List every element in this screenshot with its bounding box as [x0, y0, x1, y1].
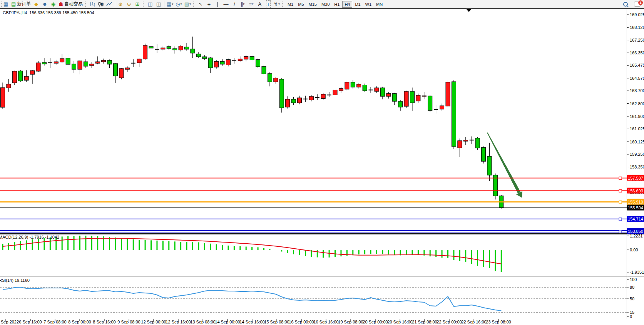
svg-text:158.350: 158.350: [630, 165, 644, 169]
candle: [119, 68, 124, 79]
svg-text:166.350: 166.350: [630, 51, 644, 55]
svg-text:155.504: 155.504: [628, 205, 643, 210]
arrows-palette-icon: ↯: [274, 1, 278, 8]
search-button[interactable]: [622, 1, 629, 8]
tile-windows-icon: ⊞: [135, 1, 140, 8]
candle: [428, 95, 432, 112]
price-chart-canvas[interactable]: 169.025168.125167.250166.350165.475164.5…: [0, 0, 644, 325]
time-axis[interactable]: Sep 20226 Sep 16:007 Sep 08:008 Sep 00:0…: [1, 319, 511, 324]
timeframe-d1[interactable]: D1: [353, 1, 362, 7]
bar-chart-icon: [89, 2, 95, 7]
timeframe-m5[interactable]: M5: [296, 1, 306, 7]
arrows-tool-button[interactable]: ↯ ▾: [273, 1, 281, 8]
terminal-button[interactable]: ☻: [41, 1, 49, 8]
timeframe-h1[interactable]: H1: [332, 1, 341, 7]
toolbar-grip[interactable]: [143, 2, 145, 7]
line-chart-icon: [106, 2, 112, 7]
channel-tool-button[interactable]: ∥ E: [239, 1, 247, 8]
notification-badge: 1: [638, 0, 643, 5]
tile-windows-button[interactable]: ⊞: [134, 1, 141, 8]
candle: [36, 61, 40, 72]
text-label-tool-button[interactable]: T: [264, 1, 272, 8]
svg-text:162.800: 162.800: [630, 101, 644, 106]
svg-text:168.125: 168.125: [630, 25, 644, 30]
svg-text:16 Sep 16:00: 16 Sep 16:00: [313, 320, 338, 324]
svg-text:7 Sep 08:00: 7 Sep 08:00: [43, 320, 66, 324]
toolbar-grip[interactable]: [282, 2, 284, 7]
auto-trading-label: 自动交易: [64, 1, 83, 7]
vertical-line-tool-button[interactable]: |: [214, 1, 221, 8]
timeframe-w1[interactable]: W1: [363, 1, 374, 7]
candle: [475, 137, 480, 150]
candlestick-type-button[interactable]: [97, 1, 105, 8]
macd-indicator-label: MACD(12,26,9) -1.7916 -1.1042: [0, 235, 59, 239]
search-icon: [623, 2, 628, 7]
svg-text:13 Sep 08:00: 13 Sep 08:00: [190, 320, 215, 324]
cursor-tool-button[interactable]: ↖: [197, 1, 204, 8]
rsi-indicator-label: RSI(14) 19.1160: [0, 278, 30, 283]
profiles-button[interactable]: ▦ ▾: [166, 1, 174, 8]
timeframe-group: M1M5M15M30H1H4D1W1MN: [285, 2, 385, 7]
line-handle[interactable]: [619, 190, 622, 192]
line-chart-type-button[interactable]: [105, 1, 113, 8]
fibonacci-tool-button[interactable]: ≡ F: [248, 1, 255, 8]
svg-text:163.700: 163.700: [630, 88, 644, 93]
svg-text:0: 0: [630, 314, 632, 319]
svg-text:165.475: 165.475: [630, 63, 644, 67]
timeframe-m30[interactable]: M30: [319, 1, 331, 7]
chart-background: [0, 8, 644, 325]
candle: [18, 70, 23, 82]
trendline-tool-button[interactable]: /: [231, 1, 238, 8]
zoom-in-button[interactable]: ⊕: [117, 1, 124, 8]
timeframe-h4[interactable]: H4: [342, 1, 352, 8]
zoom-out-icon: ⊖: [127, 1, 131, 8]
candlestick-icon: [98, 2, 104, 7]
chevron-down-icon: ▾: [181, 2, 182, 6]
line-handle[interactable]: [619, 177, 622, 180]
toolbar-right-group: 1: [621, 1, 642, 8]
arrange-charts-button[interactable]: ◫: [146, 1, 154, 8]
svg-text:169.025: 169.025: [630, 12, 644, 17]
text-icon: A: [258, 1, 262, 8]
crosshair-tool-button[interactable]: +: [205, 1, 213, 8]
text-label-icon: T: [266, 0, 271, 8]
horizontal-line-tool-button[interactable]: —: [222, 1, 230, 8]
notifications-button[interactable]: 1: [633, 1, 641, 8]
cascade-charts-button[interactable]: ◫: [155, 1, 162, 8]
svg-text:23 Sep 08:00: 23 Sep 08:00: [486, 320, 511, 324]
new-order-button[interactable]: ▤ 新订单: [10, 1, 32, 8]
svg-text:9 Sep 08:00: 9 Sep 08:00: [117, 320, 140, 324]
signals-button[interactable]: ◉: [49, 1, 57, 8]
cascade-charts-icon: ◫: [156, 1, 161, 8]
auto-trading-button[interactable]: ☗ 自动交易: [58, 1, 84, 8]
svg-text:161.900: 161.900: [630, 114, 644, 119]
bar-chart-type-button[interactable]: [89, 1, 96, 8]
line-handle[interactable]: [619, 201, 622, 204]
template-icon: ▨: [184, 1, 189, 8]
toolbar-grip[interactable]: [85, 2, 87, 7]
clock-icon: ◷: [176, 1, 180, 8]
svg-text:14 Sep 00:00: 14 Sep 00:00: [215, 320, 240, 324]
new-chart-button[interactable]: ▦: [2, 1, 10, 8]
candle: [446, 80, 450, 107]
line-handle[interactable]: [619, 218, 622, 221]
candle: [143, 44, 147, 60]
svg-text:8 Sep 00:00: 8 Sep 00:00: [68, 320, 91, 324]
svg-text:1.2231: 1.2231: [630, 234, 643, 238]
timeframe-m1[interactable]: M1: [286, 1, 295, 7]
svg-text:19 Sep 08:00: 19 Sep 08:00: [338, 320, 363, 324]
candle: [214, 60, 219, 69]
svg-text:164.575: 164.575: [630, 76, 644, 81]
svg-text:22 Sep 00:00: 22 Sep 00:00: [437, 320, 462, 324]
timeframe-m15[interactable]: M15: [307, 1, 319, 7]
toolbar-grip[interactable]: [193, 2, 195, 7]
timeframe-mn[interactable]: MN: [374, 1, 385, 7]
svg-text:12 Sep 00:00: 12 Sep 00:00: [141, 320, 166, 324]
zoom-out-button[interactable]: ⊖: [125, 1, 133, 8]
line-handle[interactable]: [619, 230, 622, 233]
period-button[interactable]: ◷ ▾: [175, 1, 182, 8]
svg-text:0.00: 0.00: [630, 248, 638, 252]
text-tool-button[interactable]: A: [256, 1, 264, 8]
template-button[interactable]: ▨ ▾: [184, 1, 192, 8]
metaquotes-button[interactable]: ◆: [32, 1, 40, 8]
